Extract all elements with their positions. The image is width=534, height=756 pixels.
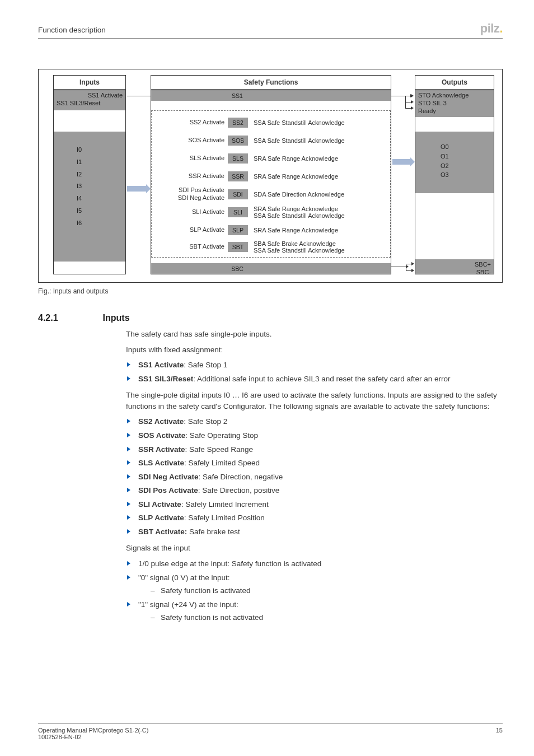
sf-group: SS2 Activate SS2 SSA Safe Standstill Ack… bbox=[151, 110, 391, 258]
arr-out-bot1 bbox=[406, 264, 411, 264]
inputs-fixed: SS1 Activate SS1 SIL3/Reset bbox=[54, 90, 125, 110]
safety-functions-box: Safety Functions SS1 SS2 Activate SS2 SS… bbox=[151, 75, 391, 274]
inputs-box: Inputs SS1 Activate SS1 SIL3/Reset I0 I1… bbox=[53, 75, 126, 274]
out-head: Outputs bbox=[415, 76, 494, 90]
header-title: Function description bbox=[38, 26, 106, 34]
pilz-logo: pilz. bbox=[480, 21, 503, 36]
sub-item: Safety function is activated bbox=[151, 585, 503, 596]
io-diagram: Inputs SS1 Activate SS1 SIL3/Reset I0 I1… bbox=[38, 69, 503, 283]
list-item: SLP Activate: Safely Limited Position bbox=[126, 512, 503, 524]
diagram-wrap: Inputs SS1 Activate SS1 SIL3/Reset I0 I1… bbox=[38, 69, 503, 295]
figure-caption: Fig.: Inputs and outputs bbox=[38, 287, 503, 295]
branch-out-bot bbox=[406, 264, 406, 270]
section-heading: 4.2.1 Inputs bbox=[38, 313, 503, 323]
out-digital: O0 O1 O2 O3 bbox=[415, 132, 494, 193]
arr-out-bot2 bbox=[406, 270, 411, 271]
outputs-box: Outputs STO Acknowledge STO SIL 3 Ready … bbox=[415, 75, 494, 274]
para: Inputs with fixed assignment: bbox=[126, 344, 503, 356]
list-item: SLS Activate: Safely Limited Speed bbox=[126, 458, 503, 469]
arrow-sf-to-outputs bbox=[392, 159, 410, 165]
para: Signals at the input bbox=[126, 543, 503, 554]
sf-ss1: SS1 bbox=[151, 90, 391, 101]
page-number: 15 bbox=[496, 727, 503, 740]
section-title: Inputs bbox=[103, 313, 130, 323]
list-item: "0" signal (0 V) at the input: Safety fu… bbox=[126, 572, 503, 596]
list-item: SDI Neg Activate: Safe Direction, negati… bbox=[126, 472, 503, 483]
para: The single-pole digital inputs I0 … I6 a… bbox=[126, 390, 503, 412]
para: The safety card has safe single-pole inp… bbox=[126, 329, 503, 340]
list-item: SS1 Activate: Safe Stop 1 bbox=[126, 360, 503, 371]
arrow-inputs-to-sf bbox=[127, 186, 146, 192]
inputs-digital: I0 I1 I2 I3 I4 I5 I6 bbox=[54, 132, 125, 262]
section-number: 4.2.1 bbox=[38, 313, 58, 323]
signals-list: SS2 Activate: Safe Stop 2 SOS Activate: … bbox=[126, 416, 503, 537]
arr-out-top1 bbox=[405, 96, 411, 96]
fixed-inputs-list: SS1 Activate: Safe Stop 1 SS1 SIL3/Reset… bbox=[126, 360, 503, 384]
section-4-2-1: 4.2.1 Inputs The safety card has safe si… bbox=[38, 313, 503, 623]
list-item: SLI Activate: Safely Limited Increment bbox=[126, 499, 503, 510]
out-top: STO Acknowledge STO SIL 3 Ready bbox=[415, 90, 494, 117]
page-footer: Operating Manual PMCprotego S1-2(-C) 100… bbox=[38, 723, 503, 740]
list-item: SOS Activate: Safe Operating Stop bbox=[126, 430, 503, 441]
arr-out-top3 bbox=[405, 108, 411, 109]
out-sbc: SBC+ SBC- bbox=[415, 259, 494, 274]
list-item: "1" signal (+24 V) at the input: Safety … bbox=[126, 599, 503, 623]
list-item: SBT Activate: Safe brake test bbox=[126, 526, 503, 538]
arr-out-top2 bbox=[405, 102, 411, 102]
sub-item: Safety function is not activated bbox=[151, 612, 503, 623]
footer-left: Operating Manual PMCprotego S1-2(-C) 100… bbox=[38, 727, 148, 740]
list-item: SDI Pos Activate: Safe Direction, positi… bbox=[126, 485, 503, 496]
list-item: SS1 SIL3/Reset: Additional safe input to… bbox=[126, 374, 503, 385]
section-content: The safety card has safe single-pole inp… bbox=[126, 329, 503, 623]
list-item: 1/0 pulse edge at the input: Safety func… bbox=[126, 558, 503, 570]
sf-sbc: SBC bbox=[151, 263, 391, 274]
page-header: Function description pilz. bbox=[38, 21, 503, 39]
list-item: SSR Activate: Safe Speed Range bbox=[126, 444, 503, 455]
inputs-head: Inputs bbox=[54, 76, 125, 90]
input-signals-list: 1/0 pulse edge at the input: Safety func… bbox=[126, 558, 503, 623]
sf-head: Safety Functions bbox=[151, 76, 391, 90]
list-item: SS2 Activate: Safe Stop 2 bbox=[126, 416, 503, 427]
